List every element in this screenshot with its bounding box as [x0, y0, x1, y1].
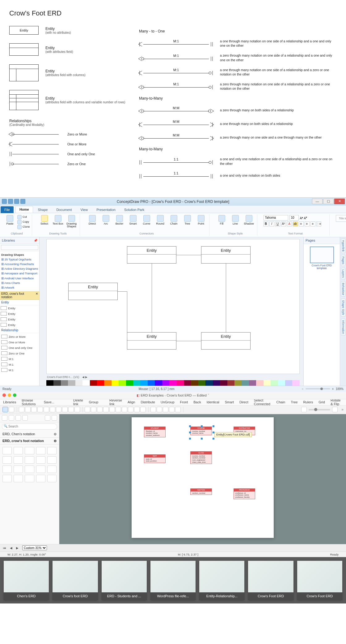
toolbar-icon[interactable] — [122, 407, 127, 412]
color-swatch[interactable] — [155, 380, 162, 386]
color-swatch[interactable] — [46, 380, 53, 386]
menu-item[interactable]: Distribute — [141, 400, 155, 404]
gallery-item[interactable]: WordPress file-refe... — [150, 561, 196, 600]
menu-item[interactable]: Browse Solutions — [22, 398, 38, 406]
fontcolor-button[interactable]: A — [287, 221, 292, 226]
library-search[interactable] — [1, 245, 38, 250]
stencil-item[interactable]: Zero or One — [1, 350, 39, 356]
connector-smart-button[interactable]: Smart — [127, 215, 139, 225]
selection-handle[interactable] — [189, 431, 191, 433]
close-button[interactable]: ✕ — [334, 199, 345, 204]
color-swatch[interactable] — [285, 380, 292, 386]
zoom-in-icon[interactable]: + — [332, 387, 334, 391]
color-swatch[interactable] — [140, 380, 147, 386]
color-swatch[interactable] — [97, 380, 104, 386]
connector-round-button[interactable]: Round — [154, 215, 167, 225]
color-swatch[interactable] — [119, 380, 126, 386]
stencil-cell[interactable] — [25, 466, 34, 473]
color-swatch[interactable] — [61, 380, 68, 386]
toolbar-icon[interactable] — [175, 407, 181, 412]
min-traffic-icon[interactable] — [8, 393, 11, 397]
color-swatch[interactable] — [112, 380, 119, 386]
color-swatch[interactable] — [82, 380, 90, 386]
select-tool[interactable]: Select — [38, 215, 51, 225]
mac-search-input[interactable] — [2, 423, 57, 430]
color-swatch[interactable] — [198, 380, 205, 386]
toolbar-icon[interactable] — [31, 407, 37, 412]
zoom-out-button[interactable] — [301, 407, 307, 412]
color-swatch[interactable] — [213, 380, 220, 386]
font-size-input[interactable] — [289, 215, 299, 221]
color-swatch[interactable] — [126, 380, 133, 386]
font-name-input[interactable] — [264, 215, 288, 221]
bullets-button[interactable]: ⋮≡ — [316, 221, 321, 226]
next-page-icon[interactable]: ▶ — [16, 546, 19, 550]
color-swatch[interactable] — [242, 380, 249, 386]
text-tool[interactable] — [9, 407, 14, 412]
prev-page-icon[interactable]: ◀ — [10, 546, 12, 550]
toolbar-icon[interactable] — [91, 407, 96, 412]
side-tab[interactable]: Shape Style — [341, 298, 345, 317]
stencil-cell[interactable] — [2, 447, 12, 454]
toolbar-icon[interactable] — [128, 407, 133, 412]
toolbar-icon[interactable] — [134, 407, 140, 412]
minimize-button[interactable]: — — [312, 199, 323, 204]
menu-item[interactable]: Back — [193, 400, 201, 404]
align-right-button[interactable]: ≡ — [310, 221, 315, 226]
window-titlebar[interactable]: ConceptDraw PRO - [Crow's Foot ERD - Cro… — [0, 198, 346, 206]
entity-node[interactable]: Entity — [127, 332, 176, 350]
toolbar-icon[interactable] — [169, 407, 175, 412]
entity-node[interactable]: Entity — [127, 246, 176, 264]
menu-item[interactable]: Front — [180, 400, 188, 404]
toolbar-icon[interactable] — [44, 407, 49, 412]
color-swatch[interactable] — [133, 380, 140, 386]
stencil-item[interactable]: Zero or More — [1, 334, 39, 339]
stencil-cell[interactable] — [2, 475, 12, 482]
clone-button[interactable]: Clone — [17, 225, 30, 229]
stencil-cell[interactable] — [14, 456, 23, 464]
more-icon[interactable]: » — [340, 407, 344, 412]
color-swatch[interactable] — [278, 380, 285, 386]
lib-tree-item[interactable]: ⊞ Artwork — [1, 285, 38, 290]
canvas[interactable]: Entity Entity Entity Entity Entity — [46, 239, 300, 374]
toolbar-icon[interactable] — [74, 407, 80, 412]
file-tab[interactable]: File — [1, 206, 14, 213]
color-swatch[interactable] — [184, 380, 191, 386]
selection-handle[interactable] — [189, 438, 191, 440]
lib-tree-item[interactable]: ⊞ 25 Typical Orgcharts — [1, 257, 38, 262]
toolbar-icon[interactable] — [37, 407, 43, 412]
stencil-item[interactable]: Entity — [0, 322, 39, 328]
connector-arc-button[interactable]: Arc — [100, 215, 112, 225]
selection-handle[interactable] — [201, 438, 203, 440]
stencil-cell[interactable] — [14, 447, 23, 454]
menu-item[interactable]: Grid — [319, 400, 325, 404]
erd-node[interactable]: CLASS· course_number· section_number· nu… — [190, 451, 212, 464]
color-swatch[interactable] — [162, 380, 169, 386]
toolbar-icon[interactable] — [163, 407, 168, 412]
ribbon-tab[interactable]: Solution Park — [120, 207, 148, 213]
gallery-item[interactable]: Chen's ERD — [4, 561, 49, 600]
stencil-cell[interactable] — [36, 456, 45, 464]
color-swatch[interactable] — [292, 380, 299, 386]
highlight-button[interactable]: ab — [293, 221, 298, 226]
toolbar-icon[interactable] — [68, 407, 74, 412]
stencil-cell[interactable] — [2, 466, 12, 473]
erd-node[interactable]: PROFESSOR· professor_id· professor_name·… — [234, 488, 255, 499]
page-thumbnail[interactable]: Crow's Foot ERD template — [310, 247, 334, 270]
gallery-item[interactable]: Crow's Foot ERD — [248, 561, 293, 600]
gallery-item[interactable]: ERD - Students and ... — [102, 561, 147, 600]
superscript-button[interactable]: A² — [281, 221, 286, 226]
menu-item[interactable]: Group — [89, 400, 98, 404]
menu-item[interactable]: Libraries — [3, 400, 16, 404]
color-swatch[interactable] — [53, 380, 61, 386]
toolbar-icon[interactable] — [97, 407, 103, 412]
zoom-in-button[interactable] — [332, 407, 338, 412]
entity-node[interactable]: Entity — [201, 246, 251, 264]
doc-tab[interactable]: Crow's Foot ERD t… (1/1) — [47, 376, 79, 379]
connector-point-button[interactable]: Point — [195, 215, 207, 225]
menu-item[interactable]: Align — [128, 400, 135, 404]
stencil-item[interactable]: Entity — [0, 316, 39, 322]
toolbar-icon[interactable] — [157, 407, 162, 412]
toolbar-icon[interactable] — [140, 407, 146, 412]
menu-item[interactable]: Tree — [291, 400, 297, 404]
